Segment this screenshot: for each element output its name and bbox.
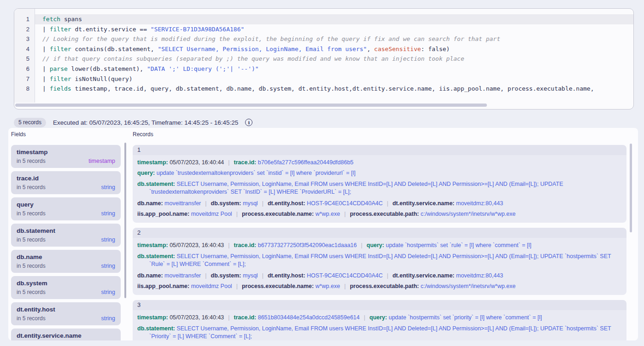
field-card[interactable]: db.namein 5 recordsstring	[11, 250, 121, 273]
code-token: isNotNull(query)	[71, 75, 133, 82]
record-value: SELECT Username, Permission, LoginName, …	[149, 181, 563, 195]
record-value: SELECT Username, Permission, LoginName, …	[149, 253, 611, 267]
editor-code[interactable]: fetch spans| filter dt.entity.service ==…	[35, 9, 633, 103]
code-token: timestamp, trace.id, query, db.statement…	[71, 85, 594, 92]
editor-line[interactable]: | filter isNotNull(query)	[35, 74, 633, 84]
record-key: db.system:	[211, 272, 243, 279]
record-value: c:/windows/system*/inetsrv/w*wp.exe	[421, 211, 515, 217]
record-key: dt.entity.service.name:	[392, 272, 456, 279]
code-token: filter	[50, 46, 71, 52]
editor-line[interactable]: | fields timestamp, trace.id, query, db.…	[35, 84, 633, 94]
field-type: string	[101, 236, 115, 243]
record-key: process.executable.name:	[242, 283, 316, 289]
record-card: 3timestamp: 05/07/2023, 16:40:43|trace.i…	[133, 300, 626, 340]
record-row: timestamp: 05/07/2023, 16:40:43|trace.id…	[137, 312, 622, 323]
code-token: fields	[50, 85, 71, 92]
records-list: 1timestamp: 05/07/2023, 16:40:44|trace.i…	[133, 145, 626, 340]
record-card: 2timestamp: 05/07/2023, 16:40:43|trace.i…	[133, 228, 626, 295]
editor-line[interactable]: // if that query contains subqueries (se…	[35, 54, 633, 64]
code-token: spans	[60, 16, 82, 23]
code-token: caseSensitive	[374, 46, 421, 52]
field-type: string	[101, 289, 115, 295]
field-name: dt.entity.service.name	[17, 332, 115, 339]
record-key: db.statement:	[137, 253, 176, 260]
record-value: 05/07/2023, 16:40:44	[170, 159, 224, 166]
field-separator: |	[232, 211, 242, 217]
record-key: iis.app_pool.name:	[137, 283, 191, 289]
field-name: trace.id	[17, 175, 115, 182]
records-scrollbar[interactable]	[630, 144, 632, 232]
field-name: dt.entity.host	[17, 306, 115, 313]
record-key: process.executable.path:	[350, 283, 421, 289]
field-separator: |	[224, 159, 234, 166]
record-row: timestamp: 05/07/2023, 16:40:44|trace.id…	[137, 157, 622, 168]
field-name: query	[17, 201, 115, 208]
code-token: : false)	[421, 46, 450, 52]
field-separator: |	[232, 283, 242, 289]
code-token: ,	[367, 46, 374, 52]
record-key: timestamp:	[137, 242, 170, 248]
record-value: 05/07/2023, 16:40:43	[170, 242, 224, 248]
line-number: 7	[14, 74, 35, 84]
results-panel: Fields timestampin 5 recordstimestamptra…	[8, 128, 638, 340]
field-separator: |	[357, 242, 367, 248]
record-index: 1	[133, 145, 626, 155]
record-value: HOST-9C4E0C14CDD40A4C	[307, 200, 383, 207]
record-row: iis.app_pool.name: moveitdmz Pool|proces…	[137, 209, 622, 219]
code-token: filter	[50, 26, 71, 33]
field-separator: |	[201, 200, 211, 207]
fields-list: timestampin 5 recordstimestamptrace.idin…	[11, 145, 121, 340]
record-key: db.name:	[137, 272, 164, 279]
code-token: |	[42, 26, 50, 33]
field-record-count: in 5 records	[17, 315, 46, 322]
record-value: w*wp.exe	[316, 283, 340, 289]
code-token: // if that query contains subqueries (se…	[42, 55, 464, 62]
editor-horizontal-scrollbar[interactable]	[15, 104, 487, 107]
field-card[interactable]: timestampin 5 recordstimestamp	[11, 145, 121, 168]
record-row: query: update `trustedexternaltokenprovi…	[137, 168, 622, 179]
field-separator: |	[383, 272, 392, 279]
field-type: string	[101, 315, 115, 322]
record-value: 05/07/2023, 16:40:43	[170, 314, 224, 321]
info-icon[interactable]: i	[245, 119, 252, 126]
code-token: "SERVICE-B71D3A98DA56A186"	[151, 26, 245, 33]
record-key: dt.entity.host:	[268, 200, 307, 207]
editor-gutter: 12345678	[14, 9, 35, 103]
field-card[interactable]: dt.entity.service.name	[11, 329, 121, 340]
record-index: 2	[133, 228, 626, 238]
record-value: moveitdmz Pool	[191, 211, 232, 217]
record-row: iis.app_pool.name: moveitdmz Pool|proces…	[137, 281, 622, 292]
line-number: 2	[14, 24, 35, 35]
field-card[interactable]: dt.entity.hostin 5 recordsstring	[11, 302, 121, 325]
code-token: |	[42, 85, 50, 92]
records-panel: Records 1timestamp: 05/07/2023, 16:40:44…	[133, 131, 626, 340]
editor-line[interactable]: fetch spans	[35, 14, 633, 24]
query-editor[interactable]: 12345678 fetch spans| filter dt.entity.s…	[14, 8, 634, 110]
record-key: process.executable.path:	[350, 211, 421, 217]
record-row: db.statement: SELECT Username, Permissio…	[137, 180, 622, 196]
field-card[interactable]: trace.idin 5 recordsstring	[11, 171, 121, 194]
field-type: string	[101, 184, 115, 190]
fields-scrollbar[interactable]	[124, 143, 126, 298]
field-card[interactable]: db.systemin 5 recordsstring	[11, 276, 121, 299]
line-number: 1	[14, 14, 35, 24]
fields-panel-title: Fields	[11, 131, 121, 138]
code-token: "SELECT Username, Permission, LoginName,…	[158, 46, 367, 52]
record-index: 3	[133, 300, 626, 310]
editor-line[interactable]: // Looking for the query that is modifie…	[35, 34, 633, 44]
code-token: parse	[50, 65, 68, 72]
record-row: db.statement: SELECT Username, Permissio…	[137, 253, 622, 268]
record-value: update `hostpermits` set `priority` = [l…	[389, 314, 542, 321]
record-value: moveittransfer	[164, 272, 201, 279]
editor-line[interactable]: | filter contains(db.statement, "SELECT …	[35, 44, 633, 54]
editor-line[interactable]: | parse lower(db.statement), "DATA ';' L…	[35, 64, 633, 74]
record-value: b677373277250f3f542090eac1daaa16	[258, 242, 357, 248]
field-card[interactable]: db.statementin 5 recordsstring	[11, 224, 121, 247]
field-record-count: in 5 records	[17, 210, 46, 217]
record-key: timestamp:	[137, 159, 170, 166]
record-value: update `trustedexternaltokenproviders` s…	[157, 170, 356, 176]
record-row: db.name: moveittransfer|db.system: mysql…	[137, 198, 622, 209]
editor-line[interactable]: | filter dt.entity.service == "SERVICE-B…	[35, 24, 633, 35]
field-separator: |	[383, 200, 392, 207]
field-card[interactable]: queryin 5 recordsstring	[11, 197, 121, 220]
